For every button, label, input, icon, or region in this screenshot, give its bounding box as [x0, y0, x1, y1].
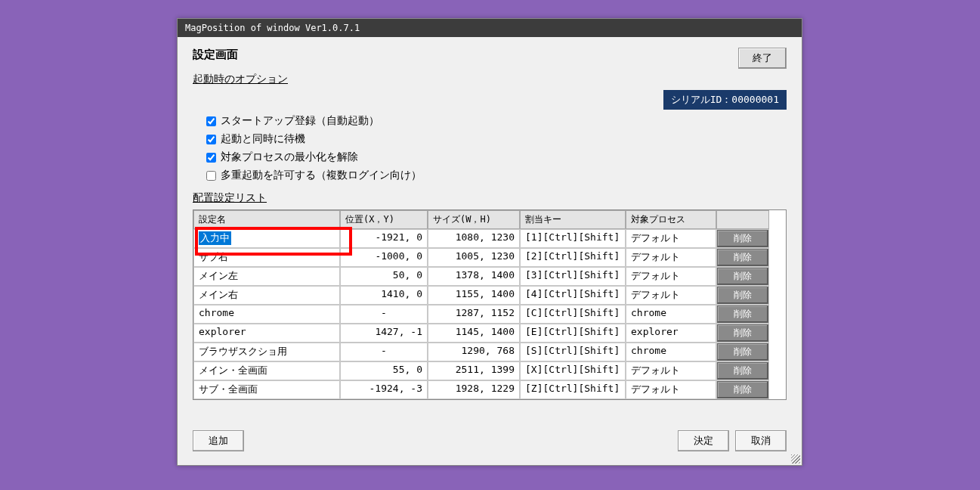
cell-delete: 削除 [716, 380, 769, 399]
cell-size[interactable]: 1290, 768 [428, 343, 520, 361]
cell-hotkey[interactable]: [1][Ctrl][Shift] [520, 229, 626, 248]
cell-size[interactable]: 1080, 1230 [428, 229, 520, 248]
checkbox-option: 多重起動を許可する（複数ログイン向け） [206, 169, 787, 182]
settings-grid: 設定名 位置(X，Y) サイズ(W，H) 割当キー 対象プロセス 入力中-192… [193, 209, 787, 400]
cell-position[interactable]: -1000, 0 [340, 248, 428, 267]
delete-button[interactable]: 削除 [717, 230, 768, 247]
table-row[interactable]: chrome-1287, 1152[C][Ctrl][Shift]chrome削… [193, 305, 786, 324]
checkbox-input[interactable] [206, 135, 216, 144]
cell-position[interactable]: 1410, 0 [340, 286, 428, 305]
cell-size[interactable]: 1378, 1400 [428, 267, 520, 286]
table-row[interactable]: サブ・全画面-1924, -31928, 1229[Z][Ctrl][Shift… [193, 380, 786, 399]
cell-delete: 削除 [716, 324, 769, 343]
cell-size[interactable]: 1145, 1400 [428, 324, 520, 343]
cancel-button[interactable]: 取消 [735, 430, 787, 451]
cell-hotkey[interactable]: [E][Ctrl][Shift] [520, 324, 626, 343]
col-header-position[interactable]: 位置(X，Y) [340, 210, 428, 229]
cell-process[interactable]: デフォルト [626, 380, 716, 399]
col-header-size[interactable]: サイズ(W，H) [428, 210, 520, 229]
cell-size[interactable]: 1155, 1400 [428, 286, 520, 305]
cell-size[interactable]: 1928, 1229 [428, 380, 520, 399]
cell-position[interactable]: 1427, -1 [340, 324, 428, 343]
delete-button[interactable]: 削除 [717, 324, 768, 342]
serial-id-badge: シリアルID：00000001 [663, 90, 787, 110]
checkbox-input[interactable] [206, 153, 216, 163]
grid-header: 設定名 位置(X，Y) サイズ(W，H) 割当キー 対象プロセス [193, 210, 786, 229]
editing-input[interactable]: 入力中 [199, 231, 231, 245]
table-row[interactable]: 入力中-1921, 01080, 1230[1][Ctrl][Shift]デフォ… [193, 229, 786, 248]
cell-position[interactable]: - [340, 305, 428, 324]
delete-button[interactable]: 削除 [717, 362, 768, 380]
page-title: 設定画面 [193, 48, 288, 62]
window-title: MagPosition of window Ver1.0.7.1 [185, 23, 360, 33]
cell-hotkey[interactable]: [C][Ctrl][Shift] [520, 305, 626, 324]
cell-process[interactable]: デフォルト [626, 229, 716, 248]
section-startup-title: 起動時のオプション [193, 73, 288, 86]
cell-process[interactable]: デフォルト [626, 361, 716, 380]
table-row[interactable]: explorer1427, -11145, 1400[E][Ctrl][Shif… [193, 324, 786, 343]
add-button[interactable]: 追加 [193, 430, 244, 451]
cell-hotkey[interactable]: [3][Ctrl][Shift] [520, 267, 626, 286]
cell-name[interactable]: 入力中 [193, 229, 340, 248]
cell-hotkey[interactable]: [S][Ctrl][Shift] [520, 343, 626, 361]
cell-process[interactable]: explorer [626, 324, 716, 343]
cell-name[interactable]: chrome [193, 305, 340, 324]
cell-name[interactable]: メイン・全画面 [193, 361, 340, 380]
cell-delete: 削除 [716, 229, 769, 248]
checkbox-input[interactable] [206, 116, 216, 126]
cell-position[interactable]: 50, 0 [340, 267, 428, 286]
checkbox-label: 対象プロセスの最小化を解除 [221, 150, 358, 163]
delete-button[interactable]: 削除 [717, 343, 768, 361]
exit-button[interactable]: 終了 [738, 48, 787, 69]
col-header-key[interactable]: 割当キー [520, 210, 626, 229]
checkbox-option: 起動と同時に待機 [206, 132, 787, 146]
cell-position[interactable]: -1921, 0 [340, 229, 428, 248]
table-row[interactable]: サブ右-1000, 01005, 1230[2][Ctrl][Shift]デフォ… [193, 248, 786, 267]
settings-window: MagPosition of window Ver1.0.7.1 設定画面 起動… [177, 18, 802, 466]
col-header-name[interactable]: 設定名 [193, 210, 340, 229]
delete-button[interactable]: 削除 [717, 287, 768, 304]
cell-process[interactable]: chrome [626, 343, 716, 361]
cell-delete: 削除 [716, 286, 769, 305]
cell-position[interactable]: 55, 0 [340, 361, 428, 380]
ok-button[interactable]: 決定 [678, 430, 729, 451]
cell-name[interactable]: サブ・全画面 [193, 380, 340, 399]
cell-name[interactable]: メイン右 [193, 286, 340, 305]
cell-name[interactable]: ブラウザスクショ用 [193, 343, 340, 361]
cell-delete: 削除 [716, 248, 769, 267]
cell-position[interactable]: - [340, 343, 428, 361]
footer-buttons: 追加 決定 取消 [193, 430, 787, 451]
delete-button[interactable]: 削除 [717, 381, 768, 399]
resize-grip[interactable] [791, 454, 800, 464]
delete-button[interactable]: 削除 [717, 249, 768, 266]
checkbox-label: 多重起動を許可する（複数ログイン向け） [221, 169, 422, 181]
cell-name[interactable]: メイン左 [193, 267, 340, 286]
cell-position[interactable]: -1924, -3 [340, 380, 428, 399]
cell-name[interactable]: explorer [193, 324, 340, 343]
cell-hotkey[interactable]: [Z][Ctrl][Shift] [520, 380, 626, 399]
window-titlebar[interactable]: MagPosition of window Ver1.0.7.1 [178, 19, 802, 37]
table-row[interactable]: メイン・全画面55, 02511, 1399[X][Ctrl][Shift]デフ… [193, 361, 786, 380]
cell-process[interactable]: chrome [626, 305, 716, 324]
cell-size[interactable]: 1287, 1152 [428, 305, 520, 324]
startup-options: スタートアップ登録（自動起動）起動と同時に待機対象プロセスの最小化を解除多重起動… [193, 114, 787, 182]
col-header-process[interactable]: 対象プロセス [626, 210, 716, 229]
window-content: 設定画面 起動時のオプション 終了 シリアルID：00000001 スタートアッ… [178, 37, 802, 465]
checkbox-input[interactable] [206, 171, 216, 181]
cell-process[interactable]: デフォルト [626, 248, 716, 267]
cell-delete: 削除 [716, 267, 769, 286]
cell-process[interactable]: デフォルト [626, 267, 716, 286]
cell-name[interactable]: サブ右 [193, 248, 340, 267]
cell-hotkey[interactable]: [4][Ctrl][Shift] [520, 286, 626, 305]
table-row[interactable]: メイン右1410, 01155, 1400[4][Ctrl][Shift]デフォ… [193, 286, 786, 305]
table-row[interactable]: ブラウザスクショ用-1290, 768[S][Ctrl][Shift]chrom… [193, 343, 786, 361]
delete-button[interactable]: 削除 [717, 305, 768, 323]
cell-hotkey[interactable]: [2][Ctrl][Shift] [520, 248, 626, 267]
checkbox-option: 対象プロセスの最小化を解除 [206, 150, 787, 164]
cell-process[interactable]: デフォルト [626, 286, 716, 305]
table-row[interactable]: メイン左50, 01378, 1400[3][Ctrl][Shift]デフォルト… [193, 267, 786, 286]
cell-size[interactable]: 2511, 1399 [428, 361, 520, 380]
delete-button[interactable]: 削除 [717, 268, 768, 285]
cell-size[interactable]: 1005, 1230 [428, 248, 520, 267]
cell-hotkey[interactable]: [X][Ctrl][Shift] [520, 361, 626, 380]
